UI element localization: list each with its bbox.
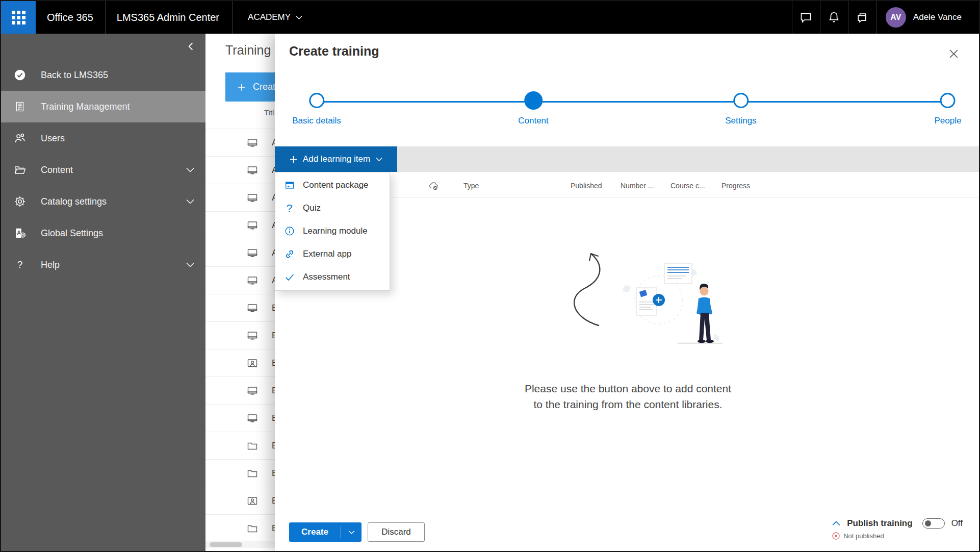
topbar-divider: [876, 1, 876, 34]
menu-item-learning-module[interactable]: Learning module: [275, 219, 390, 242]
monitor-icon: [246, 274, 259, 287]
step-basic-details[interactable]: Basic details: [292, 93, 341, 126]
chevron-down-icon: [186, 199, 194, 204]
column-header-course[interactable]: Course c...: [670, 174, 705, 197]
create-button-label: Create: [289, 527, 341, 537]
monitor-icon: [246, 302, 259, 314]
sidebar-item-back-to-lms365[interactable]: Back to LMS365: [1, 59, 205, 91]
create-options-chevron-icon[interactable]: [341, 530, 362, 535]
plus-icon: [290, 156, 297, 163]
app-launcher-waffle-icon[interactable]: [1, 1, 36, 34]
menu-item-label: External app: [303, 249, 351, 259]
sidebar-item-content[interactable]: Content: [1, 154, 205, 186]
monitor-icon: [246, 137, 259, 149]
column-header-type[interactable]: Type: [463, 174, 479, 197]
create-button[interactable]: Create: [289, 522, 362, 542]
column-header-progress[interactable]: Progress: [721, 174, 750, 197]
tenant-selector[interactable]: ACADEMY: [233, 12, 316, 22]
circle-check-icon: [13, 68, 27, 82]
column-header-published[interactable]: Published: [571, 174, 602, 197]
external-app-icon: [283, 248, 295, 260]
avatar[interactable]: AV: [886, 7, 906, 28]
sidebar-item-label: Help: [41, 260, 60, 270]
monitor-icon: [246, 412, 259, 424]
empty-state-message: Please use the button above to add conte…: [275, 381, 980, 412]
empty-state-illustration: [550, 240, 734, 367]
menu-item-quiz[interactable]: ? Quiz: [275, 196, 390, 219]
title-column-header[interactable]: Titl: [264, 108, 274, 117]
sidebar-nav: Back to LMS365 Training Management Users…: [1, 59, 205, 281]
step-settings[interactable]: Settings: [725, 93, 756, 126]
menu-item-label: Learning module: [303, 226, 368, 236]
publish-training-label: Publish training: [847, 518, 912, 529]
chevron-down-icon: [376, 157, 382, 162]
add-learning-item-button[interactable]: Add learning item: [275, 146, 397, 172]
sidebar-item-training-management[interactable]: Training Management: [1, 91, 205, 122]
sidebar-item-help[interactable]: ? Help: [1, 249, 205, 281]
sidebar-item-label: Training Management: [41, 102, 130, 112]
app-settings-icon: A: [13, 227, 27, 240]
publish-toggle[interactable]: [922, 518, 945, 529]
horizontal-scrollbar[interactable]: [205, 541, 275, 548]
sidebar-item-global-settings[interactable]: A Global Settings: [1, 217, 205, 249]
discard-button[interactable]: Discard: [368, 522, 425, 542]
notifications-bell-icon[interactable]: [820, 1, 848, 34]
gear-icon: [13, 195, 27, 208]
content-toolbar: Add learning item: [275, 146, 980, 172]
sidebar-item-label: Global Settings: [41, 228, 103, 239]
tenant-name: ACADEMY: [248, 12, 291, 22]
user-name[interactable]: Adele Vance: [913, 12, 962, 22]
close-icon[interactable]: [947, 47, 961, 62]
stepper-line: [317, 101, 948, 103]
learning-module-icon: [283, 225, 295, 237]
topbar: Office 365 LMS365 Admin Center ACADEMY A…: [1, 1, 979, 34]
chat-icon[interactable]: [792, 1, 820, 34]
not-published-icon: [832, 532, 840, 540]
folder-icon: [246, 467, 259, 480]
monitor-icon: [246, 247, 259, 259]
plus-icon: [238, 83, 246, 91]
content-package-icon: [283, 179, 295, 191]
person-frame-icon: [246, 495, 259, 507]
question-icon: ?: [13, 258, 27, 271]
folder-icon: [246, 440, 259, 452]
add-learning-item-menu: Content package ? Quiz Learning module E…: [275, 172, 390, 291]
cloud-offline-icon[interactable]: [428, 180, 440, 193]
create-training-panel: Create training Basic details Content Se…: [275, 34, 980, 551]
feedback-icon[interactable]: [848, 1, 876, 34]
monitor-icon: [246, 219, 259, 232]
scrollbar-thumb[interactable]: [210, 542, 242, 547]
sidebar-item-label: Users: [41, 133, 65, 144]
users-icon: [13, 132, 27, 145]
training-list-icon: [13, 100, 27, 113]
sidebar-collapse-icon[interactable]: [186, 42, 195, 51]
folder-icon: [246, 522, 259, 535]
office365-brand[interactable]: Office 365: [36, 12, 105, 23]
column-header-number[interactable]: Number ...: [621, 174, 654, 197]
monitor-icon: [246, 330, 259, 342]
sidebar: Back to LMS365 Training Management Users…: [1, 34, 205, 551]
step-circle: [940, 93, 956, 108]
menu-item-label: Content package: [303, 180, 369, 190]
admin-center-title[interactable]: LMS365 Admin Center: [106, 12, 232, 23]
step-people[interactable]: People: [935, 93, 962, 126]
add-learning-item-label: Add learning item: [303, 154, 370, 164]
toggle-state-label: Off: [951, 518, 963, 529]
menu-item-assessment[interactable]: Assessment: [275, 265, 390, 288]
step-content[interactable]: Content: [518, 93, 549, 126]
sidebar-item-catalog-settings[interactable]: Catalog settings: [1, 186, 205, 217]
chevron-up-icon[interactable]: [832, 521, 840, 526]
menu-item-content-package[interactable]: Content package: [275, 173, 390, 196]
menu-item-external-app[interactable]: External app: [275, 242, 390, 265]
panel-title: Create training: [289, 44, 379, 59]
monitor-icon: [246, 192, 259, 204]
menu-item-label: Quiz: [303, 203, 321, 213]
toggle-knob: [925, 520, 931, 526]
publish-section: Publish training Off Not published: [832, 518, 963, 540]
sidebar-item-users[interactable]: Users: [1, 122, 205, 154]
step-circle: [309, 93, 324, 108]
person-frame-icon: [246, 357, 259, 369]
chevron-down-icon: [296, 15, 302, 20]
assessment-icon: [283, 271, 295, 283]
monitor-icon: [246, 385, 259, 397]
